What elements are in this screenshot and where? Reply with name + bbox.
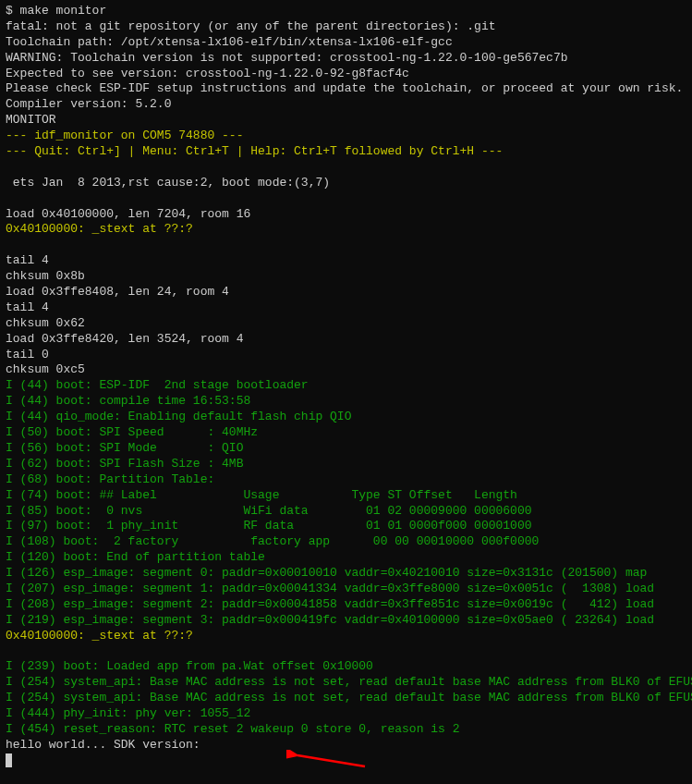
log-lines: fatal: not a git repository (or any of t… — [6, 19, 686, 753]
log-line: tail 4 — [6, 253, 686, 269]
log-line: chksum 0x8b — [6, 269, 686, 285]
command-prompt: $ make monitor — [6, 4, 686, 19]
log-line: Compiler version: 5.2.0 — [6, 97, 686, 113]
log-line — [6, 238, 686, 253]
log-line — [6, 191, 686, 207]
log-line: I (208) esp_image: segment 2: paddr=0x00… — [6, 597, 686, 613]
log-line: I (62) boot: SPI Flash Size : 4MB — [6, 457, 686, 472]
log-line: WARNING: Toolchain version is not suppor… — [6, 51, 686, 67]
log-line: load 0x40100000, len 7204, room 16 — [6, 207, 686, 223]
log-line: I (254) system_api: Base MAC address is … — [6, 675, 686, 691]
log-line: I (207) esp_image: segment 1: paddr=0x00… — [6, 582, 686, 597]
log-line: fatal: not a git repository (or any of t… — [6, 19, 686, 35]
log-line: I (444) phy_init: phy ver: 1055_12 — [6, 706, 686, 722]
log-line — [6, 644, 686, 660]
log-line: Please check ESP-IDF setup instructions … — [6, 81, 686, 97]
log-line: 0x40100000: _stext at ??:? — [6, 629, 686, 644]
cursor-icon — [6, 753, 12, 767]
log-line: Expected to see version: crosstool-ng-1.… — [6, 67, 686, 82]
terminal-output: $ make monitor fatal: not a git reposito… — [6, 4, 686, 769]
log-line: Toolchain path: /opt/xtensa-lx106-elf/bi… — [6, 35, 686, 51]
log-line: MONITOR — [6, 113, 686, 129]
log-line: tail 0 — [6, 348, 686, 363]
cursor-line — [6, 753, 686, 769]
log-line: load 0x3ffe8408, len 24, room 4 — [6, 285, 686, 300]
log-line: I (108) boot: 2 factory factory app 00 0… — [6, 534, 686, 550]
log-line: chksum 0xc5 — [6, 362, 686, 378]
log-line: I (74) boot: ## Label Usage Type ST Offs… — [6, 488, 686, 504]
log-line: I (97) boot: 1 phy_init RF data 01 01 00… — [6, 519, 686, 534]
log-line: I (44) qio_mode: Enabling default flash … — [6, 410, 686, 425]
log-line: I (254) system_api: Base MAC address is … — [6, 691, 686, 706]
log-line: I (126) esp_image: segment 0: paddr=0x00… — [6, 566, 686, 582]
log-line: chksum 0x62 — [6, 316, 686, 332]
log-line: 0x40100000: _stext at ??:? — [6, 222, 686, 238]
log-line: I (120) boot: End of partition table — [6, 550, 686, 566]
log-line: I (219) esp_image: segment 3: paddr=0x00… — [6, 613, 686, 629]
log-line: I (68) boot: Partition Table: — [6, 472, 686, 488]
log-line: --- idf_monitor on COM5 74880 --- — [6, 129, 686, 144]
log-line — [6, 160, 686, 176]
log-line: tail 4 — [6, 300, 686, 316]
log-line: ets Jan 8 2013,rst cause:2, boot mode:(3… — [6, 176, 686, 191]
log-line: I (239) boot: Loaded app from pa.Wat off… — [6, 659, 686, 675]
log-line: I (44) boot: ESP-IDF 2nd stage bootloade… — [6, 378, 686, 394]
log-line: I (56) boot: SPI Mode : QIO — [6, 441, 686, 457]
log-line: hello world... SDK version: — [6, 738, 686, 753]
log-line: I (44) boot: compile time 16:53:58 — [6, 394, 686, 410]
log-line: --- Quit: Ctrl+] | Menu: Ctrl+T | Help: … — [6, 144, 686, 160]
log-line: load 0x3ffe8420, len 3524, room 4 — [6, 332, 686, 348]
log-line: I (454) reset_reason: RTC reset 2 wakeup… — [6, 722, 686, 738]
log-line: I (50) boot: SPI Speed : 40MHz — [6, 425, 686, 441]
log-line: I (85) boot: 0 nvs WiFi data 01 02 00009… — [6, 504, 686, 520]
